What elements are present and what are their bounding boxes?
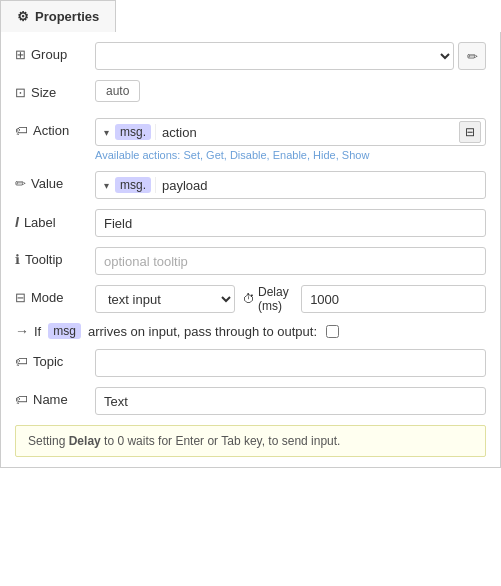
value-msg-badge: msg.	[115, 177, 151, 193]
mode-label: ⊟ Mode	[15, 285, 95, 305]
size-row: ⊡ Size auto	[15, 80, 486, 108]
passthrough-row: → If msg arrives on input, pass through …	[15, 323, 486, 339]
group-select[interactable]	[95, 42, 454, 70]
topic-row: 🏷 Topic	[15, 349, 486, 377]
value-trigger-button[interactable]: ▾ msg.	[100, 177, 156, 193]
value-value-text: payload	[156, 178, 481, 193]
topic-label: 🏷 Topic	[15, 349, 95, 369]
name-label: 🏷 Name	[15, 387, 95, 407]
topic-control	[95, 349, 486, 377]
action-dropdown-arrow: ▾	[104, 127, 109, 138]
size-label: ⊡ Size	[15, 80, 95, 100]
action-control: ▾ msg. action ⊟ Available actions: Set, …	[95, 118, 486, 161]
name-row: 🏷 Name	[15, 387, 486, 415]
label-field-label: I Label	[15, 209, 95, 230]
name-control	[95, 387, 486, 415]
action-icon: 🏷	[15, 123, 28, 138]
group-label: ⊞ Group	[15, 42, 95, 62]
value-control: ▾ msg. payload	[95, 171, 486, 199]
size-badge: auto	[95, 80, 140, 102]
info-text-after: to 0 waits for Enter or Tab key, to send…	[101, 434, 341, 448]
passthrough-checkbox[interactable]	[326, 325, 339, 338]
delay-input[interactable]	[301, 285, 486, 313]
action-label: 🏷 Action	[15, 118, 95, 138]
info-text-before: Setting	[28, 434, 69, 448]
passthrough-arrow-icon: →	[15, 323, 29, 339]
info-bold: Delay	[69, 434, 101, 448]
mode-row: ⊟ Mode text input password email color d…	[15, 285, 486, 313]
label-row: I Label	[15, 209, 486, 237]
delay-clock-icon: ⏱	[243, 292, 255, 306]
name-input[interactable]	[95, 387, 486, 415]
tooltip-input[interactable]	[95, 247, 486, 275]
passthrough-suffix-text: arrives on input, pass through to output…	[88, 324, 317, 339]
action-value-text: action	[156, 125, 459, 140]
label-input[interactable]	[95, 209, 486, 237]
action-msg-badge: msg.	[115, 124, 151, 140]
tooltip-row: ℹ Tooltip	[15, 247, 486, 275]
mode-icon: ⊟	[15, 290, 26, 305]
delay-label-text: ⏱ Delay (ms)	[243, 285, 297, 313]
panel-title: Properties	[35, 9, 99, 24]
delay-group: ⏱ Delay (ms)	[243, 285, 486, 313]
group-row: ⊞ Group ✏	[15, 42, 486, 70]
size-control: auto	[95, 80, 486, 102]
action-icon-button[interactable]: ⊟	[459, 121, 481, 143]
size-icon: ⊡	[15, 85, 26, 100]
tooltip-label: ℹ Tooltip	[15, 247, 95, 267]
group-control: ✏	[95, 42, 486, 70]
panel-body: ⊞ Group ✏ ⊡ Size auto	[0, 32, 501, 468]
label-icon: I	[15, 214, 19, 230]
label-control	[95, 209, 486, 237]
topic-icon: 🏷	[15, 354, 28, 369]
value-icon: ✏	[15, 176, 26, 191]
name-icon: 🏷	[15, 392, 28, 407]
info-box: Setting Delay to 0 waits for Enter or Ta…	[15, 425, 486, 457]
properties-icon: ⚙	[17, 9, 29, 24]
value-dropdown-arrow: ▾	[104, 180, 109, 191]
group-edit-button[interactable]: ✏	[458, 42, 486, 70]
tooltip-icon: ℹ	[15, 252, 20, 267]
mode-control: text input password email color date tim…	[95, 285, 486, 313]
value-label: ✏ Value	[15, 171, 95, 191]
passthrough-if-text: If	[34, 324, 41, 339]
available-actions-text: Available actions: Set, Get, Disable, En…	[95, 149, 486, 161]
panel-header: ⚙ Properties	[0, 0, 116, 32]
topic-input[interactable]	[95, 349, 486, 377]
group-icon: ⊞	[15, 47, 26, 62]
passthrough-msg-badge: msg	[48, 323, 81, 339]
tooltip-control	[95, 247, 486, 275]
mode-select[interactable]: text input password email color date tim…	[95, 285, 235, 313]
value-row: ✏ Value ▾ msg. payload	[15, 171, 486, 199]
action-trigger-button[interactable]: ▾ msg.	[100, 124, 156, 140]
action-row: 🏷 Action ▾ msg. action ⊟ Available actio…	[15, 118, 486, 161]
